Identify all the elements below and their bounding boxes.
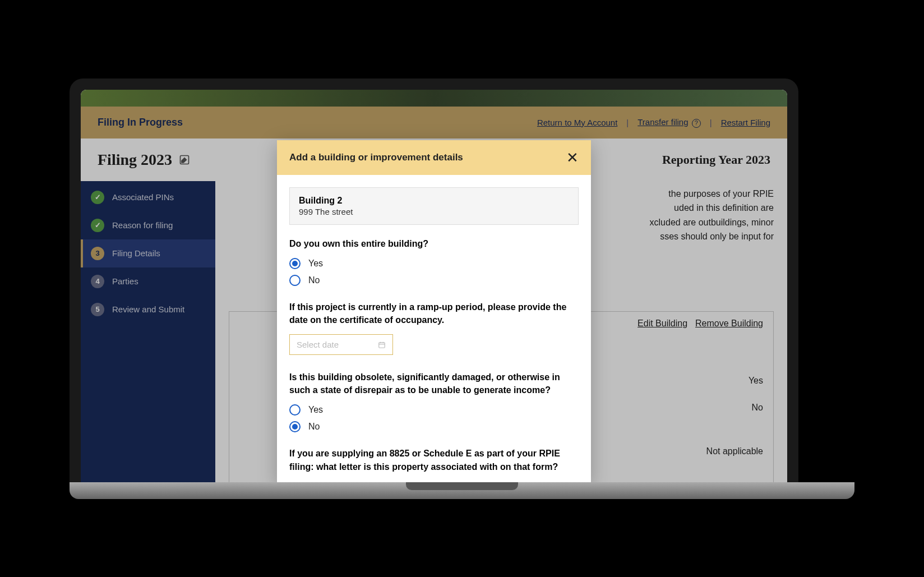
question-own-building: Do you own this entire building? xyxy=(289,237,579,250)
radio-obsolete-no[interactable]: No xyxy=(289,421,579,432)
radio-own-yes[interactable]: Yes xyxy=(289,258,579,269)
building-address: 999 The street xyxy=(299,207,569,216)
modal-body: Building 2 999 The street Do you own thi… xyxy=(277,175,591,482)
building-info-card: Building 2 999 The street xyxy=(289,187,579,225)
radio-group-own: Yes No xyxy=(289,258,579,286)
radio-icon xyxy=(289,421,301,432)
question-schedule-letter: If you are supplying an 8825 or Schedule… xyxy=(289,447,579,473)
calendar-icon xyxy=(378,341,386,349)
laptop-frame: Filing In Progress Return to My Account … xyxy=(70,79,798,482)
radio-icon xyxy=(289,404,301,416)
radio-label: No xyxy=(308,422,320,432)
radio-obsolete-yes[interactable]: Yes xyxy=(289,404,579,416)
radio-icon xyxy=(289,258,301,269)
radio-label: Yes xyxy=(308,259,323,269)
radio-own-no[interactable]: No xyxy=(289,275,579,286)
occupancy-date-input[interactable]: Select date xyxy=(289,334,393,355)
modal-header: Add a building or improvement details ✕ xyxy=(277,140,591,175)
close-icon[interactable]: ✕ xyxy=(566,150,579,165)
radio-group-obsolete: Yes No xyxy=(289,404,579,432)
screen: Filing In Progress Return to My Account … xyxy=(81,90,787,482)
question-obsolete: Is this building obsolete, significantly… xyxy=(289,371,579,396)
laptop-base xyxy=(70,482,854,499)
radio-label: No xyxy=(308,275,320,285)
building-name: Building 2 xyxy=(299,196,569,206)
add-building-modal: Add a building or improvement details ✕ … xyxy=(277,140,591,482)
date-placeholder: Select date xyxy=(297,340,339,349)
modal-title: Add a building or improvement details xyxy=(289,152,463,163)
radio-label: Yes xyxy=(308,405,323,415)
question-ramp-up: If this project is currently in a ramp-u… xyxy=(289,301,579,326)
laptop-notch xyxy=(406,482,518,490)
svg-rect-1 xyxy=(379,342,385,347)
radio-icon xyxy=(289,275,301,286)
